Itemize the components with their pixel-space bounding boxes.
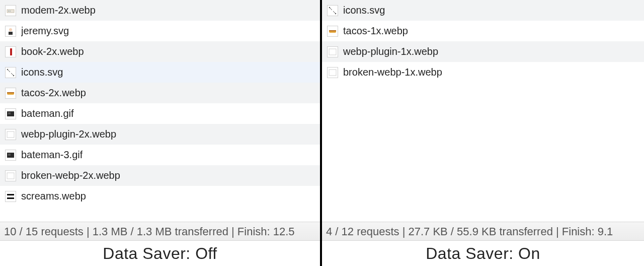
file-name: jeremy.svg [21,25,69,37]
image-blank-icon [5,170,16,181]
svg-icon [327,5,338,16]
image-blank-icon [327,46,338,57]
file-name: broken-webp-2x.webp [21,170,120,181]
taco-icon [5,88,16,99]
network-request-row[interactable]: screams.webp [0,186,320,207]
file-name: bateman-3.gif [21,149,83,161]
svg-point-1 [8,11,9,12]
image-dark-icon [5,150,16,161]
file-name: webp-plugin-1x.webp [343,46,438,57]
svg-rect-14 [8,112,11,114]
svg-rect-18 [7,173,14,179]
svg-point-24 [335,13,336,14]
status-bar-left: 10 / 15 requests | 1.3 MB / 1.3 MB trans… [0,222,320,241]
file-name: bateman.gif [21,108,74,119]
panel-spacer [0,207,320,222]
network-request-row[interactable]: tacos-2x.webp [0,83,320,103]
status-bar-right: 4 / 12 requests | 27.7 KB / 55.9 KB tran… [322,222,644,241]
caption-right: Data Saver: On [322,241,644,266]
svg-rect-19 [7,194,14,195]
modem-icon [5,5,16,16]
network-request-list-left: modem-2x.webpjeremy.svgbook-2x.webpicons… [0,0,320,207]
network-request-row[interactable]: webp-plugin-1x.webp [322,41,644,62]
svg-point-10 [13,75,14,76]
file-name: screams.webp [21,190,86,202]
file-name: book-2x.webp [21,46,84,57]
svg-rect-26 [329,30,336,31]
svg-point-23 [329,7,330,8]
svg-point-3 [9,28,12,31]
image-blank-icon [327,67,338,78]
svg-rect-12 [7,92,14,93]
network-request-row[interactable]: tacos-1x.webp [322,21,644,41]
file-name: broken-webp-1x.webp [343,66,442,78]
svg-point-2 [10,11,11,12]
network-request-row[interactable]: webp-plugin-2x.webp [0,124,320,145]
svg-rect-6 [9,48,10,55]
svg-rect-17 [8,154,11,156]
file-name: webp-plugin-2x.webp [21,128,116,140]
network-request-row[interactable]: jeremy.svg [0,21,320,41]
image-blank-icon [5,129,16,140]
network-request-row[interactable]: modem-2x.webp [0,0,320,21]
file-name: modem-2x.webp [21,5,96,16]
taco-icon [327,26,338,37]
network-request-row[interactable]: broken-webp-2x.webp [0,165,320,186]
panel-data-saver-on: icons.svgtacos-1x.webpwebp-plugin-1x.web… [322,0,644,266]
file-name: icons.svg [343,5,385,16]
svg-rect-20 [7,197,14,199]
network-request-row[interactable]: broken-webp-1x.webp [322,62,644,83]
bars-icon [5,191,16,202]
file-name: tacos-1x.webp [343,25,408,37]
caption-left: Data Saver: Off [0,241,320,266]
network-request-list-right: icons.svgtacos-1x.webpwebp-plugin-1x.web… [322,0,644,83]
svg-rect-4 [9,32,13,35]
image-dark-icon [5,108,16,119]
svg-point-9 [7,69,8,70]
network-request-row[interactable]: icons.svg [0,62,320,83]
book-icon [5,46,16,57]
network-request-row[interactable]: bateman-3.gif [0,145,320,165]
file-name: icons.svg [21,66,63,78]
svg-icon [5,67,16,78]
svg-rect-15 [7,131,14,138]
panel-spacer [322,83,644,222]
svg-rect-27 [329,49,336,55]
network-request-row[interactable]: book-2x.webp [0,41,320,62]
file-name: tacos-2x.webp [21,87,86,99]
svg-rect-28 [329,70,336,76]
network-request-row[interactable]: bateman.gif [0,103,320,124]
panel-data-saver-off: modem-2x.webpjeremy.svgbook-2x.webpicons… [0,0,322,266]
person-icon [5,26,16,37]
comparison-container: modem-2x.webpjeremy.svgbook-2x.webpicons… [0,0,644,266]
network-request-row[interactable]: icons.svg [322,0,644,21]
